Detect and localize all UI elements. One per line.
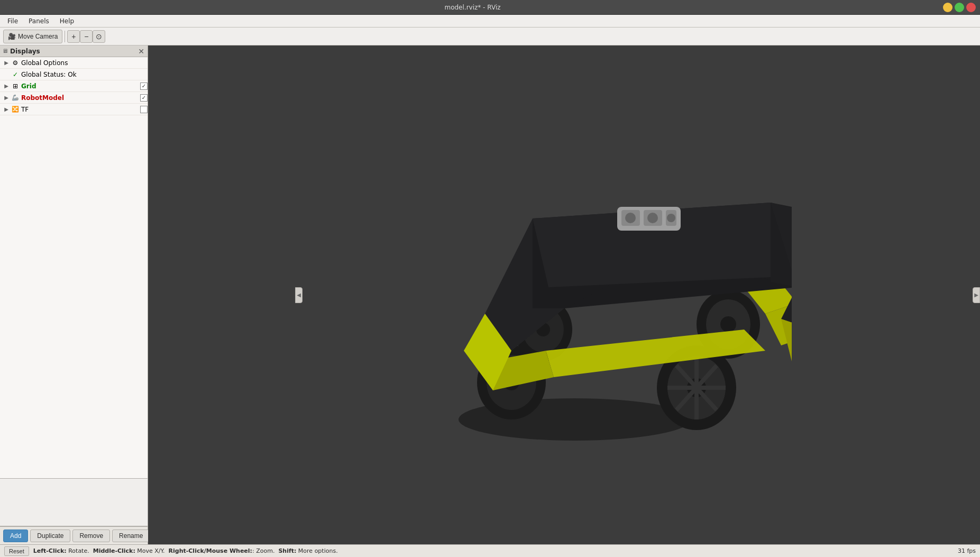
global-status-label: Global Status: Ok	[21, 71, 148, 78]
displays-header: 🖥 Displays ✕	[0, 45, 148, 57]
global-options-label: Global Options	[21, 59, 148, 67]
status-bar: Reset Left-Click: Rotate. Middle-Click: …	[0, 544, 980, 557]
maximize-button[interactable]	[955, 3, 964, 12]
main-content: 🖥 Displays ✕ ▶ ⚙ Global Options ✓ Global…	[0, 45, 980, 544]
display-tree: ▶ ⚙ Global Options ✓ Global Status: Ok ▶…	[0, 57, 148, 478]
minimize-button[interactable]	[943, 3, 952, 12]
right-panel-collapse[interactable]: ▶	[973, 287, 980, 303]
left-panel: 🖥 Displays ✕ ▶ ⚙ Global Options ✓ Global…	[0, 45, 148, 544]
tf-label: TF	[21, 106, 139, 113]
expand-global-options[interactable]: ▶	[3, 60, 10, 66]
expand-robot-model[interactable]: ▶	[3, 95, 10, 101]
svg-point-54	[667, 214, 675, 222]
menu-panels[interactable]: Panels	[23, 16, 54, 26]
menu-bar: File Panels Help	[0, 15, 980, 28]
left-panel-collapse[interactable]: ◀	[295, 287, 303, 303]
robot-model-checkbox[interactable]: ✓	[140, 94, 148, 102]
toolbar-separator	[65, 31, 65, 42]
bottom-buttons: Add Duplicate Remove Rename	[0, 526, 148, 544]
expand-grid[interactable]: ▶	[3, 83, 10, 89]
tree-item-tf[interactable]: ▶ 🔀 TF	[0, 104, 148, 115]
displays-panel-close[interactable]: ✕	[137, 47, 145, 56]
grid-checkbox[interactable]: ✓	[140, 83, 148, 90]
grid-label: Grid	[21, 83, 139, 90]
zoom-out-button[interactable]: −	[80, 30, 93, 43]
robot-model-label: RobotModel	[21, 94, 139, 102]
fps-counter: 31 fps	[958, 547, 976, 554]
tf-checkbox[interactable]	[140, 106, 148, 113]
robot-scene	[148, 45, 980, 544]
viewport[interactable]: ◀ ▶	[148, 45, 980, 544]
zoom-in-button[interactable]: +	[67, 30, 80, 43]
camera-icon: 🎥	[8, 33, 16, 40]
expand-tf[interactable]: ▶	[3, 106, 10, 113]
tree-item-global-options[interactable]: ▶ ⚙ Global Options	[0, 57, 148, 69]
title-text: model.rviz* - RViz	[4, 4, 941, 11]
svg-point-52	[625, 213, 636, 223]
close-button[interactable]	[966, 3, 976, 12]
duplicate-button[interactable]: Duplicate	[30, 529, 70, 542]
toolbar: 🎥 Move Camera + − ⊙	[0, 28, 980, 45]
robot-model-3d	[337, 123, 792, 467]
tf-icon: 🔀	[11, 105, 20, 114]
reset-button[interactable]: Reset	[4, 546, 29, 556]
global-options-icon: ⚙	[11, 59, 20, 67]
tree-item-grid[interactable]: ▶ ⊞ Grid ✓	[0, 80, 148, 92]
grid-icon: ⊞	[11, 82, 20, 90]
add-button[interactable]: Add	[3, 529, 28, 542]
title-bar: model.rviz* - RViz	[0, 0, 980, 15]
menu-help[interactable]: Help	[54, 16, 79, 26]
remove-button[interactable]: Remove	[72, 529, 110, 542]
expand-global-status	[3, 71, 10, 78]
svg-point-31	[720, 316, 736, 332]
rename-button[interactable]: Rename	[112, 529, 150, 542]
displays-header-label: Displays	[10, 48, 40, 55]
displays-panel: 🖥 Displays ✕ ▶ ⚙ Global Options ✓ Global…	[0, 45, 148, 526]
tree-item-robot-model[interactable]: ▶ 🦾 RobotModel ✓	[0, 92, 148, 104]
move-camera-button[interactable]: 🎥 Move Camera	[3, 30, 62, 43]
menu-file[interactable]: File	[2, 16, 23, 26]
properties-panel	[0, 478, 148, 526]
displays-panel-icon: 🖥	[2, 48, 8, 54]
tree-item-global-status[interactable]: ✓ Global Status: Ok	[0, 69, 148, 80]
status-hint: Left-Click: Rotate. Middle-Click: Move X…	[33, 547, 338, 554]
robot-model-icon: 🦾	[11, 94, 20, 102]
target-button[interactable]: ⊙	[93, 30, 105, 43]
svg-point-53	[647, 213, 658, 223]
global-status-icon: ✓	[11, 70, 20, 79]
